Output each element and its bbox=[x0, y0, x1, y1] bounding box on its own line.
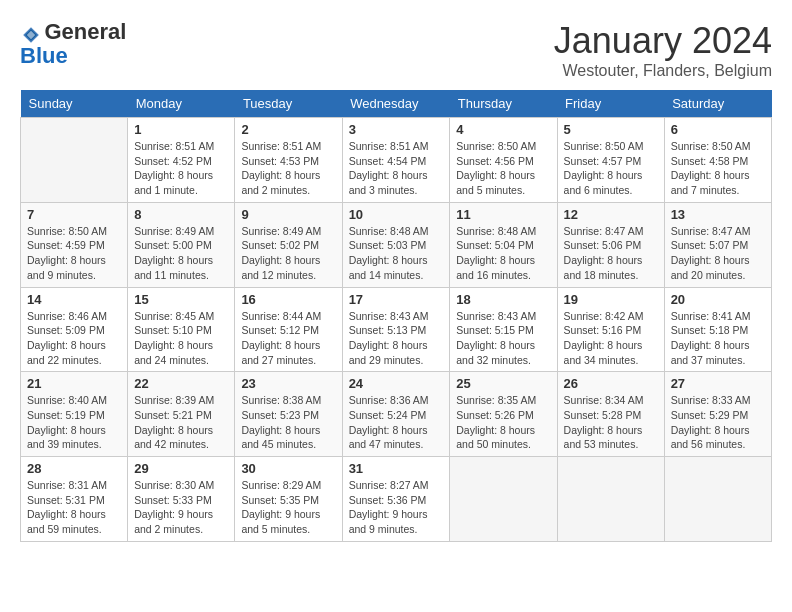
calendar-cell: 4Sunrise: 8:50 AMSunset: 4:56 PMDaylight… bbox=[450, 118, 557, 203]
day-number: 14 bbox=[27, 292, 121, 307]
day-number: 10 bbox=[349, 207, 444, 222]
day-detail: Sunrise: 8:46 AMSunset: 5:09 PMDaylight:… bbox=[27, 309, 121, 368]
day-number: 30 bbox=[241, 461, 335, 476]
calendar-cell: 12Sunrise: 8:47 AMSunset: 5:06 PMDayligh… bbox=[557, 202, 664, 287]
location-subtitle: Westouter, Flanders, Belgium bbox=[554, 62, 772, 80]
calendar-week-row-2: 7Sunrise: 8:50 AMSunset: 4:59 PMDaylight… bbox=[21, 202, 772, 287]
weekday-header-monday: Monday bbox=[128, 90, 235, 118]
day-number: 9 bbox=[241, 207, 335, 222]
calendar-cell: 15Sunrise: 8:45 AMSunset: 5:10 PMDayligh… bbox=[128, 287, 235, 372]
day-detail: Sunrise: 8:47 AMSunset: 5:06 PMDaylight:… bbox=[564, 224, 658, 283]
day-number: 16 bbox=[241, 292, 335, 307]
weekday-header-row: SundayMondayTuesdayWednesdayThursdayFrid… bbox=[21, 90, 772, 118]
calendar-cell: 27Sunrise: 8:33 AMSunset: 5:29 PMDayligh… bbox=[664, 372, 771, 457]
weekday-header-sunday: Sunday bbox=[21, 90, 128, 118]
day-detail: Sunrise: 8:45 AMSunset: 5:10 PMDaylight:… bbox=[134, 309, 228, 368]
day-number: 5 bbox=[564, 122, 658, 137]
calendar-cell: 17Sunrise: 8:43 AMSunset: 5:13 PMDayligh… bbox=[342, 287, 450, 372]
day-detail: Sunrise: 8:39 AMSunset: 5:21 PMDaylight:… bbox=[134, 393, 228, 452]
calendar-cell: 22Sunrise: 8:39 AMSunset: 5:21 PMDayligh… bbox=[128, 372, 235, 457]
calendar-cell: 28Sunrise: 8:31 AMSunset: 5:31 PMDayligh… bbox=[21, 457, 128, 542]
day-number: 11 bbox=[456, 207, 550, 222]
day-detail: Sunrise: 8:47 AMSunset: 5:07 PMDaylight:… bbox=[671, 224, 765, 283]
calendar-week-row-5: 28Sunrise: 8:31 AMSunset: 5:31 PMDayligh… bbox=[21, 457, 772, 542]
day-detail: Sunrise: 8:49 AMSunset: 5:02 PMDaylight:… bbox=[241, 224, 335, 283]
day-detail: Sunrise: 8:30 AMSunset: 5:33 PMDaylight:… bbox=[134, 478, 228, 537]
day-number: 7 bbox=[27, 207, 121, 222]
day-detail: Sunrise: 8:29 AMSunset: 5:35 PMDaylight:… bbox=[241, 478, 335, 537]
day-detail: Sunrise: 8:51 AMSunset: 4:54 PMDaylight:… bbox=[349, 139, 444, 198]
calendar-cell: 16Sunrise: 8:44 AMSunset: 5:12 PMDayligh… bbox=[235, 287, 342, 372]
calendar-cell: 20Sunrise: 8:41 AMSunset: 5:18 PMDayligh… bbox=[664, 287, 771, 372]
calendar-cell: 2Sunrise: 8:51 AMSunset: 4:53 PMDaylight… bbox=[235, 118, 342, 203]
day-number: 3 bbox=[349, 122, 444, 137]
day-number: 26 bbox=[564, 376, 658, 391]
calendar-cell: 29Sunrise: 8:30 AMSunset: 5:33 PMDayligh… bbox=[128, 457, 235, 542]
weekday-header-wednesday: Wednesday bbox=[342, 90, 450, 118]
day-detail: Sunrise: 8:34 AMSunset: 5:28 PMDaylight:… bbox=[564, 393, 658, 452]
calendar-cell: 1Sunrise: 8:51 AMSunset: 4:52 PMDaylight… bbox=[128, 118, 235, 203]
day-number: 24 bbox=[349, 376, 444, 391]
day-detail: Sunrise: 8:49 AMSunset: 5:00 PMDaylight:… bbox=[134, 224, 228, 283]
weekday-header-thursday: Thursday bbox=[450, 90, 557, 118]
calendar-cell: 3Sunrise: 8:51 AMSunset: 4:54 PMDaylight… bbox=[342, 118, 450, 203]
day-detail: Sunrise: 8:43 AMSunset: 5:15 PMDaylight:… bbox=[456, 309, 550, 368]
day-number: 23 bbox=[241, 376, 335, 391]
day-number: 21 bbox=[27, 376, 121, 391]
day-number: 12 bbox=[564, 207, 658, 222]
day-number: 25 bbox=[456, 376, 550, 391]
calendar-cell: 7Sunrise: 8:50 AMSunset: 4:59 PMDaylight… bbox=[21, 202, 128, 287]
day-detail: Sunrise: 8:51 AMSunset: 4:52 PMDaylight:… bbox=[134, 139, 228, 198]
calendar-cell bbox=[21, 118, 128, 203]
calendar-cell: 8Sunrise: 8:49 AMSunset: 5:00 PMDaylight… bbox=[128, 202, 235, 287]
day-number: 1 bbox=[134, 122, 228, 137]
day-detail: Sunrise: 8:36 AMSunset: 5:24 PMDaylight:… bbox=[349, 393, 444, 452]
day-number: 28 bbox=[27, 461, 121, 476]
calendar-cell: 9Sunrise: 8:49 AMSunset: 5:02 PMDaylight… bbox=[235, 202, 342, 287]
page-header: General Blue January 2024 Westouter, Fla… bbox=[20, 20, 772, 80]
day-detail: Sunrise: 8:40 AMSunset: 5:19 PMDaylight:… bbox=[27, 393, 121, 452]
calendar-cell: 18Sunrise: 8:43 AMSunset: 5:15 PMDayligh… bbox=[450, 287, 557, 372]
day-number: 22 bbox=[134, 376, 228, 391]
day-detail: Sunrise: 8:50 AMSunset: 4:58 PMDaylight:… bbox=[671, 139, 765, 198]
day-detail: Sunrise: 8:50 AMSunset: 4:57 PMDaylight:… bbox=[564, 139, 658, 198]
calendar-table: SundayMondayTuesdayWednesdayThursdayFrid… bbox=[20, 90, 772, 542]
calendar-cell bbox=[557, 457, 664, 542]
day-number: 4 bbox=[456, 122, 550, 137]
weekday-header-saturday: Saturday bbox=[664, 90, 771, 118]
weekday-header-tuesday: Tuesday bbox=[235, 90, 342, 118]
calendar-cell bbox=[664, 457, 771, 542]
day-number: 15 bbox=[134, 292, 228, 307]
logo: General Blue bbox=[20, 20, 126, 68]
month-year-title: January 2024 bbox=[554, 20, 772, 62]
day-number: 13 bbox=[671, 207, 765, 222]
day-number: 27 bbox=[671, 376, 765, 391]
calendar-cell: 19Sunrise: 8:42 AMSunset: 5:16 PMDayligh… bbox=[557, 287, 664, 372]
calendar-cell: 11Sunrise: 8:48 AMSunset: 5:04 PMDayligh… bbox=[450, 202, 557, 287]
logo-general-text: General bbox=[44, 19, 126, 44]
calendar-cell: 25Sunrise: 8:35 AMSunset: 5:26 PMDayligh… bbox=[450, 372, 557, 457]
calendar-cell: 13Sunrise: 8:47 AMSunset: 5:07 PMDayligh… bbox=[664, 202, 771, 287]
day-detail: Sunrise: 8:50 AMSunset: 4:56 PMDaylight:… bbox=[456, 139, 550, 198]
day-detail: Sunrise: 8:48 AMSunset: 5:03 PMDaylight:… bbox=[349, 224, 444, 283]
weekday-header-friday: Friday bbox=[557, 90, 664, 118]
day-detail: Sunrise: 8:38 AMSunset: 5:23 PMDaylight:… bbox=[241, 393, 335, 452]
day-detail: Sunrise: 8:35 AMSunset: 5:26 PMDaylight:… bbox=[456, 393, 550, 452]
day-detail: Sunrise: 8:42 AMSunset: 5:16 PMDaylight:… bbox=[564, 309, 658, 368]
day-detail: Sunrise: 8:51 AMSunset: 4:53 PMDaylight:… bbox=[241, 139, 335, 198]
calendar-cell: 23Sunrise: 8:38 AMSunset: 5:23 PMDayligh… bbox=[235, 372, 342, 457]
calendar-week-row-1: 1Sunrise: 8:51 AMSunset: 4:52 PMDaylight… bbox=[21, 118, 772, 203]
day-number: 18 bbox=[456, 292, 550, 307]
day-number: 31 bbox=[349, 461, 444, 476]
day-detail: Sunrise: 8:43 AMSunset: 5:13 PMDaylight:… bbox=[349, 309, 444, 368]
day-number: 19 bbox=[564, 292, 658, 307]
day-detail: Sunrise: 8:50 AMSunset: 4:59 PMDaylight:… bbox=[27, 224, 121, 283]
calendar-cell: 30Sunrise: 8:29 AMSunset: 5:35 PMDayligh… bbox=[235, 457, 342, 542]
logo-blue-text: Blue bbox=[20, 43, 68, 68]
day-number: 20 bbox=[671, 292, 765, 307]
calendar-cell: 10Sunrise: 8:48 AMSunset: 5:03 PMDayligh… bbox=[342, 202, 450, 287]
day-detail: Sunrise: 8:41 AMSunset: 5:18 PMDaylight:… bbox=[671, 309, 765, 368]
calendar-cell: 14Sunrise: 8:46 AMSunset: 5:09 PMDayligh… bbox=[21, 287, 128, 372]
day-number: 29 bbox=[134, 461, 228, 476]
calendar-cell: 21Sunrise: 8:40 AMSunset: 5:19 PMDayligh… bbox=[21, 372, 128, 457]
